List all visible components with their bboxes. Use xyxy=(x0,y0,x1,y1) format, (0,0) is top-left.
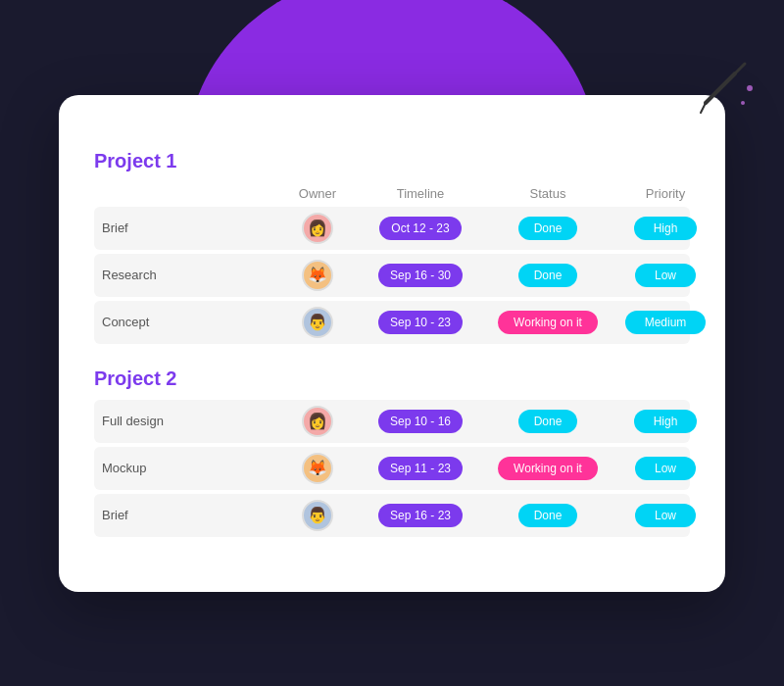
svg-line-1 xyxy=(735,64,745,74)
priority-cell: Low xyxy=(612,504,719,527)
priority-cell: Medium xyxy=(612,311,719,334)
project-section-2: Project 2Full design👩Sep 10 - 16DoneHigh… xyxy=(94,368,690,537)
timeline-badge: Oct 12 - 23 xyxy=(379,217,461,240)
status-cell: Working on it xyxy=(484,457,612,480)
svg-line-0 xyxy=(706,74,735,103)
table-row: Brief👨Sep 16 - 23DoneLow xyxy=(94,494,690,537)
status-badge: Done xyxy=(518,217,578,240)
table-header: OwnerTimelineStatusPriority xyxy=(94,182,690,205)
priority-cell: Low xyxy=(612,457,719,480)
owner-cell: 👩 xyxy=(278,406,357,437)
table-row: Mockup🦊Sep 11 - 23Working on itLow xyxy=(94,447,690,490)
priority-badge: Low xyxy=(635,264,696,287)
status-badge: Working on it xyxy=(498,311,598,334)
owner-cell: 🦊 xyxy=(278,453,357,484)
status-cell: Done xyxy=(484,410,612,433)
priority-badge: High xyxy=(634,410,698,433)
decorative-corner xyxy=(696,59,755,122)
timeline-cell: Sep 16 - 30 xyxy=(357,264,484,287)
project-title-1: Project 1 xyxy=(94,150,690,172)
task-name: Brief xyxy=(102,508,278,522)
avatar: 🦊 xyxy=(302,260,333,291)
header-task xyxy=(102,186,278,201)
priority-badge: High xyxy=(634,217,698,240)
task-name: Concept xyxy=(102,315,278,329)
header-owner: Owner xyxy=(278,186,357,201)
svg-line-2 xyxy=(701,103,706,113)
status-cell: Working on it xyxy=(484,311,612,334)
task-name: Brief xyxy=(102,220,278,235)
task-name: Research xyxy=(102,268,278,282)
owner-cell: 🦊 xyxy=(278,260,357,291)
table-row: Concept👨Sep 10 - 23Working on itMedium xyxy=(94,301,690,344)
owner-cell: 👨 xyxy=(278,307,357,338)
status-cell: Done xyxy=(484,217,612,240)
priority-cell: High xyxy=(612,410,719,433)
table-row: Research🦊Sep 16 - 30DoneLow xyxy=(94,254,690,297)
status-badge: Working on it xyxy=(498,457,598,480)
timeline-cell: Sep 11 - 23 xyxy=(357,457,484,480)
priority-cell: Low xyxy=(612,264,719,287)
priority-badge: Low xyxy=(635,457,696,480)
project-section-1: Project 1OwnerTimelineStatusPriorityBrie… xyxy=(94,150,690,344)
table-row: Full design👩Sep 10 - 16DoneHigh xyxy=(94,400,690,443)
header-priority: Priority xyxy=(612,186,719,201)
avatar: 👩 xyxy=(302,406,333,437)
timeline-badge: Sep 11 - 23 xyxy=(378,457,463,480)
status-cell: Done xyxy=(484,504,612,527)
task-name: Mockup xyxy=(102,461,278,475)
avatar: 👨 xyxy=(302,500,333,531)
svg-point-3 xyxy=(747,85,753,91)
timeline-badge: Sep 16 - 30 xyxy=(378,264,463,287)
priority-badge: Medium xyxy=(625,311,707,334)
owner-cell: 👩 xyxy=(278,213,357,244)
status-cell: Done xyxy=(484,264,612,287)
timeline-cell: Sep 16 - 23 xyxy=(357,504,484,527)
owner-cell: 👨 xyxy=(278,500,357,531)
timeline-badge: Sep 16 - 23 xyxy=(378,504,463,527)
status-badge: Done xyxy=(518,264,578,287)
avatar: 👨 xyxy=(302,307,333,338)
svg-point-4 xyxy=(741,101,745,105)
timeline-cell: Sep 10 - 23 xyxy=(357,311,484,334)
avatar: 👩 xyxy=(302,213,333,244)
timeline-cell: Oct 12 - 23 xyxy=(357,217,484,240)
priority-cell: High xyxy=(612,217,719,240)
status-badge: Done xyxy=(518,410,578,433)
header-timeline: Timeline xyxy=(357,186,484,201)
timeline-badge: Sep 10 - 23 xyxy=(378,311,463,334)
avatar: 🦊 xyxy=(302,453,333,484)
header-status: Status xyxy=(484,186,612,201)
project-title-2: Project 2 xyxy=(94,368,690,390)
timeline-badge: Sep 10 - 16 xyxy=(378,410,463,433)
status-badge: Done xyxy=(518,504,578,527)
priority-badge: Low xyxy=(635,504,696,527)
table-row: Brief👩Oct 12 - 23DoneHigh xyxy=(94,207,690,250)
task-name: Full design xyxy=(102,414,278,428)
main-card: Project 1OwnerTimelineStatusPriorityBrie… xyxy=(59,95,725,592)
timeline-cell: Sep 10 - 16 xyxy=(357,410,484,433)
